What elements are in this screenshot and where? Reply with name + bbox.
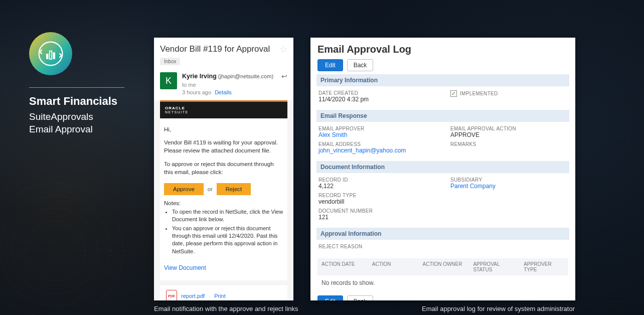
address-value[interactable]: john_vincent_hapin@yahoo.com [318,147,435,154]
approver-label: EMAIL APPROVER [318,126,435,131]
svg-rect-6 [50,51,52,59]
email-subject: Vendor Bill #119 for Approval [160,44,270,54]
reply-icon[interactable]: ↩ [281,72,287,96]
slide-subtitle-1: SuiteApprovals [29,111,129,123]
sender-name: Kyrie Irving [182,73,217,80]
action-value: APPROVE [450,131,567,138]
record-id-label: RECORD ID [318,177,435,183]
email-time: 3 hours ago [182,89,211,95]
email-greeting: Hi, [164,125,283,133]
slide-title: Smart Financials [29,95,129,108]
col-action-date: ACTION DATE [321,261,362,272]
col-action: ACTION [372,261,413,272]
section-response: Email Response [316,110,569,122]
pdf-icon: PDF [166,290,177,300]
attachment-name[interactable]: report.pdf [181,293,205,299]
email-header: Vendor Bill #119 for Approval ☆ Inbox [154,38,293,68]
action-label: EMAIL APPROVAL ACTION [450,126,567,131]
details-link[interactable]: Details [215,89,232,95]
caption-right: Email approval log for review of system … [422,305,575,312]
approval-table-header: ACTION DATE ACTION ACTION OWNER APPROVAL… [317,258,568,275]
date-created-label: DATE CREATED [318,90,435,96]
remarks-label: REMARKS [450,141,567,147]
to-line: to me [182,81,279,89]
email-para-1: Vendor Bill #119 is waiting for your app… [164,138,283,154]
view-document-link[interactable]: View Document [160,261,210,274]
svg-rect-5 [46,54,49,59]
section-primary: Primary Information [316,74,569,86]
section-document: Document Information [316,161,569,173]
email-approval-log-panel: Email Approval Log Edit Back Primary Inf… [310,38,575,300]
svg-point-2 [0,196,110,306]
doc-num-value: 121 [318,214,435,221]
implemented-label: IMPLEMENTED [460,91,498,96]
smart-financials-logo [29,32,72,75]
or-text: or [208,186,213,192]
record-type-value: vendorbill [318,198,435,205]
doc-num-label: DOCUMENT NUMBER [318,208,435,214]
reject-reason-label: REJECT REASON [318,244,567,249]
implemented-checkbox[interactable]: ✓ [450,90,457,97]
brand-oracle: ORACLE [165,106,189,110]
svg-point-0 [25,221,85,281]
email-notification-panel: Vendor Bill #119 for Approval ☆ Inbox K … [154,38,293,300]
print-link[interactable]: Print [214,293,226,299]
note-2: You can approve or reject this document … [172,225,283,256]
caption-left: Email notification with the approve and … [154,305,298,312]
divider-line [29,87,124,88]
col-approval-status: APPROVAL STATUS [473,261,514,272]
decorative-rings [0,176,130,315]
sender-avatar: K [160,72,177,89]
slide-title-column: Smart Financials SuiteApprovals Email Ap… [29,32,129,135]
svg-point-4 [39,42,63,66]
chart-refresh-icon [37,40,64,67]
slide-subtitle-2: Email Approval [29,123,129,136]
email-para-2: To approve or reject this document throu… [164,160,283,176]
subsidiary-label: SUBSIDIARY [450,177,567,183]
section-approval: Approval Information [316,228,569,240]
edit-button-top[interactable]: Edit [317,59,343,71]
svg-point-1 [13,208,98,293]
record-type-label: RECORD TYPE [318,193,435,198]
sender-row: K Kyrie Irving (jhapin@netsuite.com) to … [154,68,293,100]
log-title: Email Approval Log [317,44,568,55]
back-button-top[interactable]: Back [347,59,374,71]
notes-heading: Notes: [160,200,287,208]
note-1: To open the record in NetSuite, click th… [172,208,283,224]
notes-list: To open the record in NetSuite, click th… [160,208,287,261]
address-label: EMAIL ADDRESS [318,141,435,147]
approver-value[interactable]: Alex Smith [318,131,435,138]
col-approver-type: APPROVER TYPE [524,261,564,272]
oracle-netsuite-bar: ORACLE NETSUITE [160,100,287,118]
email-body: ORACLE NETSUITE Hi, Vendor Bill #119 is … [160,100,287,280]
approval-table-empty: No records to show. [317,275,568,290]
inbox-badge[interactable]: Inbox [160,58,180,65]
top-button-bar: Edit Back [317,59,568,71]
star-icon[interactable]: ☆ [279,44,287,55]
attach-sep: · [209,293,210,299]
attachment-row: PDF report.pdf · Print [160,284,287,300]
reject-button[interactable]: Reject [217,183,251,195]
date-created-value: 11/4/2020 4:32 pm [318,96,435,103]
brand-netsuite: NETSUITE [165,110,189,114]
svg-point-3 [0,183,123,315]
col-action-owner: ACTION OWNER [423,261,463,272]
sender-email: (jhapin@netsuite.com) [218,73,273,79]
back-button-bottom[interactable]: Back [347,295,374,300]
approve-button[interactable]: Approve [164,183,204,195]
subsidiary-value[interactable]: Parent Company [450,183,567,190]
bottom-button-bar: Edit Back [317,295,568,300]
record-id-value: 4,122 [318,183,435,190]
svg-rect-7 [53,52,56,59]
edit-button-bottom[interactable]: Edit [317,295,343,300]
